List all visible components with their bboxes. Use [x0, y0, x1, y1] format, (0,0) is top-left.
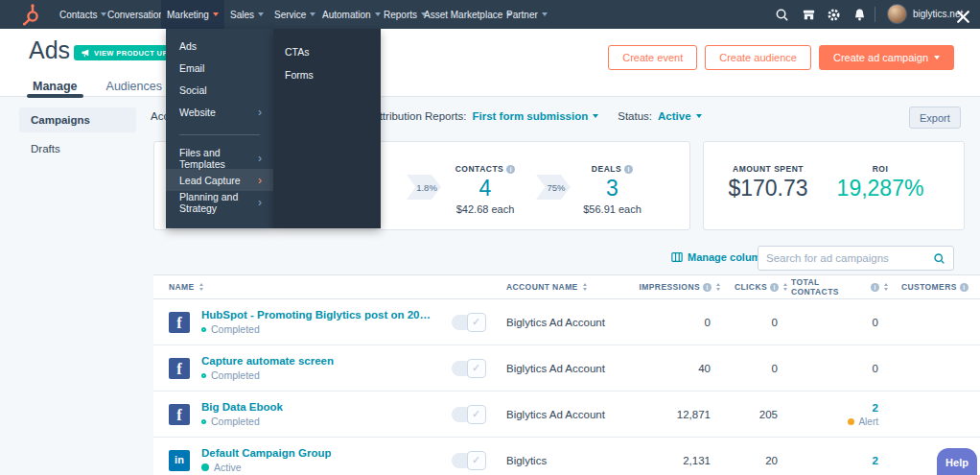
hubspot-logo-icon[interactable]: [19, 3, 42, 26]
clicks-value: 205: [724, 392, 791, 437]
toggle-knob: ✓: [467, 405, 486, 424]
chevron-right-icon: ›: [258, 175, 262, 186]
attribution-reports-dropdown[interactable]: First form submission: [472, 110, 598, 122]
search-icon[interactable]: [933, 252, 945, 265]
clicks-value: 20: [724, 438, 791, 475]
chevron-right-icon: ›: [258, 197, 262, 208]
campaign-toggle[interactable]: ✓: [452, 453, 484, 468]
close-icon[interactable]: [955, 9, 971, 25]
customers-value: [892, 299, 980, 344]
alert-badge: Alert: [848, 416, 878, 427]
column-header-clicks[interactable]: CLICKSi: [724, 275, 791, 298]
tabs: Manage Audiences: [27, 76, 168, 97]
column-header-name[interactable]: NAME: [153, 275, 436, 298]
menu-item-email[interactable]: Email›: [166, 57, 273, 79]
info-icon[interactable]: i: [703, 283, 712, 292]
table-row: in Default Campaign Group Active ✓ Bigly…: [153, 438, 980, 475]
campaign-name-link[interactable]: Capture automate screen: [201, 355, 334, 367]
facebook-icon: f: [169, 358, 190, 379]
create-ad-campaign-button[interactable]: Create ad campaign: [819, 45, 954, 70]
column-header-total-contacts[interactable]: TOTAL CONTACTSi: [791, 275, 892, 298]
create-audience-button[interactable]: Create audience: [705, 45, 811, 70]
customers-value: [892, 392, 980, 437]
status-icon: [201, 419, 206, 424]
campaign-name-link[interactable]: Default Campaign Group: [201, 447, 331, 459]
status-icon: [201, 463, 209, 471]
nav-item-label: Asset Marketplace: [424, 10, 502, 20]
bell-icon[interactable]: [852, 8, 867, 22]
tab-label: Audiences: [106, 80, 162, 93]
roi-metric: ROI 19,287%: [823, 142, 938, 202]
contacts-cost: $42.68 each: [428, 203, 543, 215]
create-event-button[interactable]: Create event: [608, 45, 697, 70]
avatar[interactable]: [887, 4, 907, 24]
lead-capture-submenu: CTAs Forms: [273, 29, 381, 228]
info-icon[interactable]: i: [770, 283, 779, 292]
tab-manage[interactable]: Manage: [27, 76, 83, 97]
info-icon[interactable]: i: [506, 165, 515, 174]
linkedin-icon: in: [169, 450, 190, 471]
sidebar-item-label: Drafts: [31, 143, 60, 154]
status-dropdown[interactable]: Active: [658, 110, 702, 122]
search-input[interactable]: [758, 252, 933, 264]
menu-item-social[interactable]: Social›: [166, 79, 273, 101]
filter-row: Attribution Reports: First form submissi…: [372, 110, 702, 122]
column-header-impressions[interactable]: IMPRESSIONSi: [618, 275, 724, 298]
sidebar-item-drafts[interactable]: Drafts: [19, 136, 136, 161]
chevron-right-icon: ›: [258, 107, 262, 118]
tab-audiences[interactable]: Audiences: [101, 76, 168, 97]
chevron-down-icon: [258, 12, 264, 16]
info-icon[interactable]: i: [871, 283, 879, 292]
campaign-name-link[interactable]: Big Data Ebook: [201, 401, 283, 413]
impressions-value: 2,131: [618, 438, 724, 475]
menu-item-files-and-templates[interactable]: Files and Templates›: [166, 147, 273, 169]
column-header-customers[interactable]: CUSTOMERSi: [892, 275, 980, 298]
nav-item-sales[interactable]: Sales: [224, 0, 269, 29]
dropdown-value: First form submission: [472, 110, 588, 122]
marketplace-icon[interactable]: [802, 8, 816, 22]
gear-icon[interactable]: [827, 8, 841, 22]
amount-spent-metric: AMOUNT SPENT $170.73: [711, 142, 826, 202]
info-icon[interactable]: i: [624, 165, 633, 174]
submenu-item-forms[interactable]: Forms: [273, 63, 381, 86]
table-row: f Big Data Ebook Completed ✓ Biglytics A…: [153, 392, 980, 438]
stage-label: CONTACTS: [455, 164, 504, 174]
campaign-status: Active: [201, 462, 331, 473]
table-row: f HubSpot - Promoting Biglytics post on …: [153, 299, 980, 345]
top-nav: Contacts Conversations Marketing Sales S…: [0, 0, 980, 29]
total-contacts-link[interactable]: 2: [873, 455, 878, 466]
sort-icon: [884, 283, 888, 291]
menu-item-ads[interactable]: Ads›: [166, 35, 273, 57]
menu-item-planning-and-strategy[interactable]: Planning and Strategy›: [166, 191, 273, 213]
nav-item-service[interactable]: Service: [268, 0, 321, 29]
campaign-toggle[interactable]: ✓: [452, 315, 484, 330]
clicks-value: 0: [724, 345, 791, 391]
info-icon[interactable]: i: [960, 283, 968, 292]
menu-item-lead-capture[interactable]: Lead Capture›: [166, 169, 273, 191]
nav-item-automation[interactable]: Automation: [316, 0, 386, 29]
account-name: Biglytics: [499, 438, 618, 475]
metric-label: ROI: [873, 164, 889, 174]
submenu-item-ctas[interactable]: CTAs: [273, 40, 381, 63]
menu-item-website[interactable]: Website›: [166, 101, 273, 123]
attribution-reports-label: Attribution Reports:: [372, 110, 466, 122]
table-row: f Capture automate screen Completed ✓ Bi…: [153, 345, 980, 392]
total-contacts-link[interactable]: 2: [873, 402, 878, 414]
campaign-toggle[interactable]: ✓: [452, 361, 484, 376]
campaign-name-link[interactable]: HubSpot - Promoting Biglytics post on 20…: [201, 309, 436, 321]
campaign-toggle[interactable]: ✓: [452, 407, 484, 422]
nav-item-partner[interactable]: Partner: [501, 0, 553, 29]
sidebar-item-campaigns[interactable]: Campaigns: [19, 107, 136, 132]
nav-item-label: Conversations: [107, 10, 169, 20]
export-button[interactable]: Export: [909, 107, 961, 129]
alert-dot-icon: [848, 418, 854, 425]
toggle-knob: ✓: [467, 313, 486, 332]
toggle-knob: ✓: [467, 359, 486, 378]
column-header-account[interactable]: ACCOUNT NAME: [499, 275, 618, 298]
spend-roi-card: AMOUNT SPENT $170.73 ROI 19,287%: [703, 141, 965, 230]
page-header: Ads VIEW PRODUCT UPDATES Create event Cr…: [0, 29, 980, 97]
help-button[interactable]: Help: [937, 448, 977, 475]
account-name: Biglytics Ad Account: [499, 345, 618, 391]
nav-item-marketing[interactable]: Marketing: [161, 0, 224, 29]
search-icon[interactable]: [775, 8, 789, 22]
